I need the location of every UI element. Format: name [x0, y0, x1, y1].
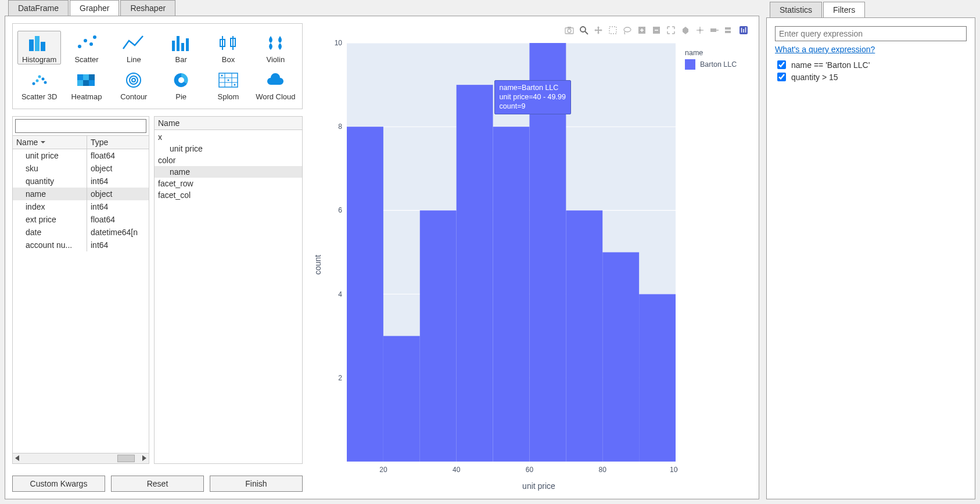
svg-rect-79 [639, 294, 676, 462]
chart-type-line[interactable]: Line [112, 31, 156, 64]
svg-rect-73 [420, 210, 457, 462]
camera-icon[interactable] [565, 26, 574, 35]
chart-type-heatmap[interactable]: Heatmap [64, 68, 108, 102]
finish-button[interactable]: Finish [210, 476, 303, 492]
contour-icon [122, 72, 145, 88]
legend-item[interactable]: Barton LLC [685, 59, 752, 70]
svg-rect-74 [457, 85, 493, 462]
query-help-link[interactable]: What's a query expression? [775, 45, 967, 54]
svg-rect-9 [181, 43, 184, 51]
mapping-slot[interactable]: x [155, 131, 302, 143]
mapping-panel: Name xunit pricecolornamefacet_rowfacet_… [154, 116, 303, 464]
tab-dataframe[interactable]: DataFrame [8, 0, 69, 16]
column-row[interactable]: ext pricefloat64 [13, 213, 149, 226]
zoom-out-icon[interactable] [652, 26, 661, 35]
chart-type-scatter[interactable]: Scatter [64, 31, 108, 64]
columns-list[interactable]: unit pricefloat64skuobjectquantityint64n… [13, 149, 149, 453]
chart-type-wordcloud[interactable]: Word Cloud [254, 68, 297, 102]
reset-axes-icon[interactable] [681, 26, 690, 35]
svg-point-16 [38, 75, 41, 78]
mapping-list[interactable]: xunit pricecolornamefacet_rowfacet_col [155, 130, 302, 463]
svg-rect-77 [566, 210, 602, 462]
svg-point-26 [127, 73, 141, 87]
filter-checkbox[interactable] [777, 60, 786, 69]
svg-point-3 [78, 45, 81, 48]
column-row[interactable]: skuobject [13, 162, 149, 175]
chart-type-pie[interactable]: Pie [159, 68, 203, 102]
pan-icon[interactable] [594, 26, 603, 35]
column-row[interactable]: quantityint64 [13, 175, 149, 188]
svg-rect-10 [186, 38, 189, 51]
tab-grapher[interactable]: Grapher [70, 0, 119, 16]
chart-area: count 24681020406080100 name=Barton LLCu… [310, 23, 752, 492]
plotly-logo-icon[interactable] [739, 26, 748, 35]
query-expression-input[interactable] [775, 26, 967, 41]
svg-text:100: 100 [670, 466, 678, 474]
svg-rect-25 [89, 80, 95, 86]
svg-rect-2 [41, 42, 45, 51]
right-tab-strip: Statistics Filters [766, 0, 975, 17]
svg-point-17 [44, 81, 46, 84]
lasso-icon[interactable] [623, 26, 632, 35]
chart-type-contour[interactable]: Contour [112, 68, 156, 102]
column-row[interactable]: datedatetime64[n [13, 226, 149, 239]
svg-point-4 [84, 39, 87, 42]
scatter3d-icon [28, 72, 51, 88]
svg-text:80: 80 [599, 466, 607, 474]
histogram-chart[interactable]: 24681020406080100 [326, 37, 678, 479]
svg-text:2: 2 [338, 374, 342, 382]
show-closest-icon[interactable] [710, 26, 719, 35]
mapping-value[interactable]: unit price [155, 143, 302, 154]
mapping-slot[interactable]: facet_row [155, 178, 302, 189]
svg-point-18 [35, 80, 38, 82]
columns-header-type[interactable]: Type [87, 136, 149, 149]
mapping-header[interactable]: Name [155, 117, 302, 130]
chart-type-bar[interactable]: Bar [159, 31, 203, 64]
svg-rect-1 [35, 36, 40, 51]
histogram-icon [28, 35, 51, 51]
scatter-icon [75, 35, 98, 51]
column-row[interactable]: indexint64 [13, 200, 149, 213]
zoom-in-icon[interactable] [637, 26, 647, 35]
svg-text:20: 20 [379, 466, 387, 474]
svg-text:60: 60 [526, 466, 534, 474]
mapping-slot[interactable]: color [155, 154, 302, 166]
tab-statistics[interactable]: Statistics [770, 2, 822, 17]
autoscale-icon[interactable] [666, 26, 676, 35]
toggle-spike-icon[interactable] [695, 26, 705, 35]
columns-panel: Name Type unit pricefloat64skuobjectquan… [12, 116, 149, 464]
line-icon [122, 35, 145, 51]
chart-type-violin[interactable]: Violin [254, 31, 297, 64]
zoom-icon[interactable] [579, 26, 588, 35]
svg-rect-43 [609, 27, 616, 34]
column-row[interactable]: account nu...int64 [13, 239, 149, 251]
chart-type-histogram[interactable]: Histogram [17, 31, 61, 64]
svg-point-35 [221, 75, 222, 77]
svg-rect-20 [77, 74, 83, 80]
chart-type-scatter3d[interactable]: Scatter 3D [17, 68, 61, 102]
mapping-value[interactable]: name [155, 166, 302, 178]
mapping-slot[interactable]: facet_col [155, 189, 302, 201]
compare-icon[interactable] [724, 26, 734, 35]
svg-point-41 [580, 27, 586, 32]
tab-filters[interactable]: Filters [823, 2, 865, 17]
box-select-icon[interactable] [608, 26, 618, 35]
columns-filter-input[interactable] [15, 119, 146, 133]
svg-rect-75 [493, 127, 530, 462]
legend-title: name [685, 49, 752, 57]
svg-rect-8 [177, 36, 180, 51]
heatmap-icon [75, 72, 98, 88]
chart-type-splom[interactable]: Splom [206, 68, 250, 102]
column-row[interactable]: unit pricefloat64 [13, 149, 149, 162]
tab-reshaper[interactable]: Reshaper [120, 0, 175, 16]
grapher-pane: Histogram Scatter Line Bar [5, 16, 759, 499]
reset-button[interactable]: Reset [111, 476, 204, 492]
custom-kwargs-button[interactable]: Custom Kwargs [12, 476, 105, 492]
columns-hscroll[interactable] [13, 453, 149, 463]
svg-point-28 [132, 78, 135, 82]
columns-header-name[interactable]: Name [13, 136, 87, 149]
column-row[interactable]: nameobject [13, 188, 149, 200]
svg-point-37 [234, 84, 235, 86]
filter-checkbox[interactable] [777, 73, 786, 81]
chart-type-box[interactable]: Box [206, 31, 250, 64]
